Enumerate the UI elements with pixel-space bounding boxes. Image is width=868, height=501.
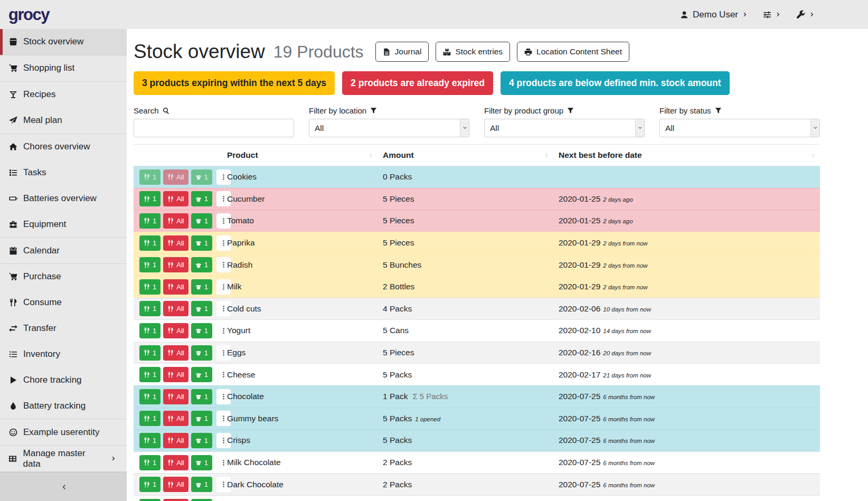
consume-all-button[interactable]: All — [163, 279, 188, 295]
consume-all-button[interactable]: All — [163, 345, 188, 361]
consume-all-button[interactable]: All — [163, 411, 188, 426]
consume-one-button[interactable]: 1 — [139, 345, 161, 361]
journal-button[interactable]: Journal — [375, 42, 429, 62]
sidebar-item-stock-overview[interactable]: Stock overview — [0, 29, 127, 55]
product-column-header[interactable]: Product — [222, 145, 378, 166]
consume-one-button[interactable]: 1 — [139, 455, 161, 470]
sidebar-item-transfer[interactable]: Transfer — [0, 316, 127, 342]
consume-one-button[interactable]: 1 — [139, 389, 161, 404]
open-one-button[interactable]: 1 — [191, 389, 212, 404]
sidebar: Stock overviewShopping listRecipesMeal p… — [0, 29, 127, 501]
consume-all-button[interactable]: All — [163, 367, 188, 382]
product-group-select[interactable]: All — [484, 119, 645, 137]
open-one-button[interactable]: 1 — [191, 235, 212, 251]
admin-menu[interactable] — [796, 10, 815, 19]
top-navbar: grocy Demo User — [0, 0, 868, 29]
sidebar-item-tasks[interactable]: Tasks — [0, 159, 127, 185]
sidebar-item-battery-tracking[interactable]: Battery tracking — [0, 393, 127, 419]
consume-one-button[interactable]: 1 — [139, 235, 161, 251]
boxes-icon — [443, 48, 451, 56]
sidebar-item-equipment[interactable]: Equipment — [0, 211, 127, 237]
open-one-button[interactable]: 1 — [191, 433, 212, 448]
consume-one-button[interactable]: 1 — [139, 323, 161, 338]
app-logo[interactable]: grocy — [8, 5, 49, 24]
consume-one-button[interactable]: 1 — [139, 169, 161, 185]
box-open-icon — [195, 218, 202, 224]
consume-one-button[interactable]: 1 — [139, 411, 161, 426]
open-one-button[interactable]: 1 — [191, 279, 212, 295]
consume-all-button[interactable]: All — [163, 257, 188, 272]
sidebar-item-meal-plan[interactable]: Meal plan — [0, 108, 127, 134]
location-content-sheet-button[interactable]: Location Content Sheet — [517, 42, 629, 62]
sidebar-item-inventory[interactable]: Inventory — [0, 342, 127, 367]
sidebar-item-example-userentity[interactable]: Example userentity — [0, 419, 127, 445]
utensils-icon — [144, 196, 150, 202]
consume-all-button[interactable]: All — [163, 389, 188, 404]
best-before-column-header[interactable]: Next best before date — [553, 145, 820, 166]
sort-icon[interactable] — [810, 152, 817, 158]
sidebar-item-calendar[interactable]: Calendar — [0, 238, 127, 263]
product-amount: 2 Packs — [378, 474, 553, 496]
sort-icon[interactable] — [368, 152, 374, 158]
product-name: Radish — [222, 254, 378, 276]
search-input[interactable] — [134, 119, 294, 137]
user-menu[interactable]: Demo User — [680, 10, 748, 20]
consume-one-button[interactable]: 1 — [139, 433, 161, 448]
consume-one-button[interactable]: 1 — [139, 257, 161, 272]
open-one-button[interactable]: 1 — [191, 455, 212, 470]
sidebar-item-chore-tracking[interactable]: Chore tracking — [0, 367, 127, 393]
sidebar-item-manage-master-data[interactable]: Manage master data — [0, 446, 127, 471]
sidebar-item-label: Chore tracking — [23, 375, 82, 385]
best-before-date: 2020-07-256 months from now — [553, 474, 820, 496]
sort-icon[interactable] — [544, 152, 550, 158]
consume-one-button[interactable]: 1 — [139, 213, 161, 229]
consume-one-button[interactable]: 1 — [139, 477, 161, 492]
sidebar-item-shopping-list[interactable]: Shopping list — [0, 55, 127, 81]
open-one-button[interactable]: 1 — [191, 323, 212, 338]
sidebar-item-batteries-overview[interactable]: Batteries overview — [0, 185, 127, 211]
consume-one-button[interactable]: 1 — [139, 499, 161, 501]
search-icon — [163, 107, 169, 114]
consume-one-button[interactable]: 1 — [139, 367, 161, 382]
sidebar-item-recipes[interactable]: Recipes — [0, 82, 127, 108]
amount-value: 4 Packs — [383, 304, 412, 313]
open-one-button[interactable]: 1 — [191, 367, 212, 382]
status-select[interactable]: All — [659, 119, 820, 137]
consume-all-button[interactable]: All — [163, 301, 188, 316]
settings-menu[interactable] — [763, 11, 781, 19]
sidebar-collapse-button[interactable] — [0, 472, 127, 501]
open-one-button[interactable]: 1 — [191, 213, 212, 229]
consume-all-button[interactable]: All — [163, 323, 188, 338]
row-menu-button[interactable] — [216, 499, 231, 501]
open-one-button[interactable]: 1 — [191, 169, 212, 185]
open-one-button[interactable]: 1 — [191, 301, 212, 316]
open-one-button[interactable]: 1 — [191, 477, 212, 492]
open-one-button[interactable]: 1 — [191, 499, 212, 501]
sidebar-item-purchase[interactable]: Purchase — [0, 264, 127, 290]
open-one-button[interactable]: 1 — [191, 257, 212, 272]
location-select[interactable]: All — [309, 119, 469, 137]
consume-all-button[interactable]: All — [163, 191, 188, 206]
consume-all-button[interactable]: All — [163, 499, 188, 501]
consume-all-button[interactable]: All — [163, 477, 188, 492]
consume-one-button[interactable]: 1 — [139, 301, 161, 316]
consume-all-button[interactable]: All — [163, 455, 188, 470]
consume-all-button[interactable]: All — [163, 213, 188, 229]
consume-all-button[interactable]: All — [163, 433, 188, 448]
consume-all-button[interactable]: All — [163, 235, 188, 251]
stock-entries-button[interactable]: Stock entries — [436, 42, 510, 62]
amount-column-header[interactable]: Amount — [378, 145, 553, 166]
consume-all-button[interactable]: All — [163, 169, 188, 185]
amount-value: 5 Pieces — [383, 238, 414, 247]
below-min-stock-badge: 4 products are below defined min. stock … — [501, 71, 730, 95]
sidebar-item-label: Example userentity — [23, 427, 100, 438]
sidebar-item-consume[interactable]: Consume — [0, 290, 127, 316]
consume-one-button[interactable]: 1 — [139, 191, 161, 206]
open-one-button[interactable]: 1 — [191, 411, 212, 426]
sidebar-item-chores-overview[interactable]: Chores overview — [0, 134, 127, 160]
date-value: 2020-07-25 — [559, 392, 600, 401]
sidebar-item-label: Batteries overview — [23, 193, 97, 204]
open-one-button[interactable]: 1 — [191, 345, 212, 361]
open-one-button[interactable]: 1 — [191, 191, 212, 206]
consume-one-button[interactable]: 1 — [139, 279, 161, 295]
